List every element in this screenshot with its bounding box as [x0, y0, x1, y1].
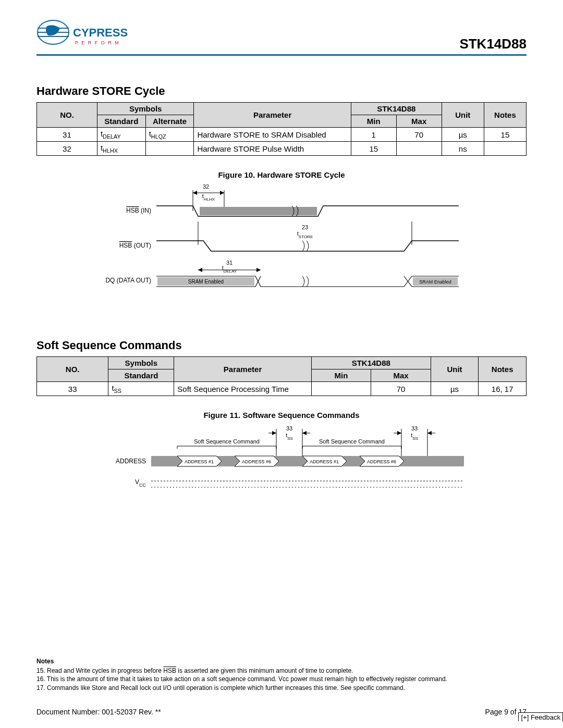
logo-brand-text: CYPRESS	[73, 26, 128, 39]
feedback-button[interactable]: [+] Feedback	[518, 712, 563, 721]
col-notes: Notes	[479, 357, 527, 382]
cell-no: 32	[37, 142, 97, 156]
cell-no: 31	[37, 128, 97, 142]
svg-text:tDELAY: tDELAY	[222, 265, 237, 274]
section1-title: Hardware STORE Cycle	[36, 84, 527, 98]
note-15: 15. Read and Write cycles in progress be…	[36, 667, 527, 675]
svg-text:tHLHX: tHLHX	[202, 193, 215, 202]
svg-text:33: 33	[286, 425, 292, 431]
svg-text:31: 31	[226, 260, 232, 266]
cell-parameter: Soft Sequence Processing Time	[174, 382, 311, 396]
svg-text:HSB  (IN): HSB (IN)	[126, 207, 151, 214]
table-row: 31 tDELAY tHLQZ Hardware STORE to SRAM D…	[37, 128, 527, 142]
col-max: Max	[371, 369, 431, 382]
cell-min: 15	[351, 142, 396, 156]
col-standard: Standard	[108, 369, 174, 382]
svg-text:Soft Sequence Command: Soft Sequence Command	[194, 438, 260, 445]
col-alternate: Alternate	[145, 115, 194, 128]
col-standard: Standard	[97, 115, 145, 128]
svg-marker-41	[427, 431, 432, 435]
cell-unit: µs	[442, 128, 484, 142]
svg-text:33: 33	[411, 425, 418, 431]
cell-standard: tSS	[108, 382, 174, 396]
cell-standard: tDELAY	[97, 128, 145, 142]
svg-text:SRAM Enabled: SRAM Enabled	[188, 279, 224, 285]
col-unit: Unit	[431, 357, 479, 382]
svg-marker-31	[272, 431, 276, 435]
table-hardware-store: NO. Symbols Parameter STK14D88 Unit Note…	[36, 102, 527, 156]
col-parameter: Parameter	[174, 357, 311, 382]
svg-marker-19	[198, 268, 202, 272]
cell-min: 1	[351, 128, 396, 142]
cell-notes	[484, 142, 526, 156]
svg-marker-8	[220, 191, 224, 195]
cell-unit: µs	[431, 382, 479, 396]
col-device: STK14D88	[351, 103, 442, 115]
svg-text:tSS: tSS	[286, 432, 293, 441]
col-min: Min	[351, 115, 396, 128]
svg-text:ADDRESS #6: ADDRESS #6	[242, 459, 271, 464]
col-notes: Notes	[484, 103, 526, 128]
cell-parameter: Hardware STORE Pulse Width	[194, 142, 351, 156]
svg-text:VCC: VCC	[135, 478, 146, 488]
col-unit: Unit	[442, 103, 484, 128]
svg-text:SRAM Enabled: SRAM Enabled	[419, 279, 451, 285]
cell-notes: 15	[484, 128, 526, 142]
figure10-diagram: 32 tHLHX HSB (IN) 23 tSTORE HSB (OUT) 31…	[94, 182, 469, 297]
logo-orbit-icon	[38, 20, 69, 44]
svg-text:ADDRESS #1: ADDRESS #1	[310, 459, 339, 464]
col-parameter: Parameter	[194, 103, 351, 128]
figure11-caption: Figure 11. Software Sequence Commands	[36, 411, 527, 419]
col-no: NO.	[37, 103, 97, 128]
svg-text:DQ (DATA OUT): DQ (DATA OUT)	[105, 277, 151, 284]
svg-text:Soft Sequence Command: Soft Sequence Command	[319, 438, 385, 445]
cell-notes: 16, 17	[479, 382, 527, 396]
cell-max: 70	[371, 382, 431, 396]
section2-title: Soft Sequence Commands	[36, 339, 527, 352]
figure10-caption: Figure 10. Hardware STORE Cycle	[36, 170, 527, 179]
svg-text:ADDRESS #6: ADDRESS #6	[367, 459, 396, 464]
col-max: Max	[396, 115, 442, 128]
header-rule	[36, 54, 527, 56]
logo: CYPRESS P E R F O R M	[36, 16, 130, 52]
svg-rect-12	[200, 207, 317, 215]
svg-text:ADDRESS #1: ADDRESS #1	[185, 459, 214, 464]
col-symbols: Symbols	[108, 357, 174, 369]
svg-marker-33	[302, 431, 307, 435]
svg-marker-39	[397, 431, 401, 435]
col-min: Min	[311, 369, 371, 382]
svg-text:tSTORE: tSTORE	[297, 230, 313, 239]
cell-alternate: tHLQZ	[145, 128, 194, 142]
svg-text:ADDRESS: ADDRESS	[116, 458, 146, 465]
col-symbols: Symbols	[97, 103, 193, 115]
page-header: CYPRESS P E R F O R M STK14D88	[36, 16, 527, 52]
cell-unit: ns	[442, 142, 484, 156]
col-device: STK14D88	[311, 357, 431, 369]
svg-marker-7	[193, 191, 197, 195]
cell-parameter: Hardware STORE to SRAM Disabled	[194, 128, 351, 142]
page-footer: Document Number: 001-52037 Rev. ** Page …	[36, 708, 527, 716]
svg-text:23: 23	[302, 224, 308, 230]
notes-block: Notes 15. Read and Write cycles in progr…	[36, 657, 527, 692]
table-soft-sequence: NO. Symbols Parameter STK14D88 Unit Note…	[36, 356, 527, 396]
cell-alternate	[145, 142, 194, 156]
part-number: STK14D88	[459, 36, 527, 52]
logo-subtext: P E R F O R M	[75, 40, 120, 45]
cell-max	[396, 142, 442, 156]
notes-heading: Notes	[36, 657, 527, 665]
note-17: 17. Commands like Store and Recall lock …	[36, 684, 527, 692]
svg-text:32: 32	[203, 183, 209, 190]
cell-no: 33	[37, 382, 108, 396]
cell-standard: tHLHX	[97, 142, 145, 156]
note-16: 16. This is the amount of time that it t…	[36, 675, 527, 683]
svg-text:tSS: tSS	[411, 432, 418, 441]
doc-number: Document Number: 001-52037 Rev. **	[36, 708, 161, 716]
table-row: 33 tSS Soft Sequence Processing Time 70 …	[37, 382, 527, 396]
col-no: NO.	[37, 357, 108, 382]
cell-max: 70	[396, 128, 442, 142]
figure11-diagram: 33 tSS 33 tSS Soft Sequence Command Soft…	[94, 423, 469, 496]
table-row: 32 tHLHX Hardware STORE Pulse Width 15 n…	[37, 142, 527, 156]
svg-text:HSB (OUT): HSB (OUT)	[119, 242, 151, 249]
cell-min	[311, 382, 371, 396]
svg-marker-20	[256, 268, 261, 272]
